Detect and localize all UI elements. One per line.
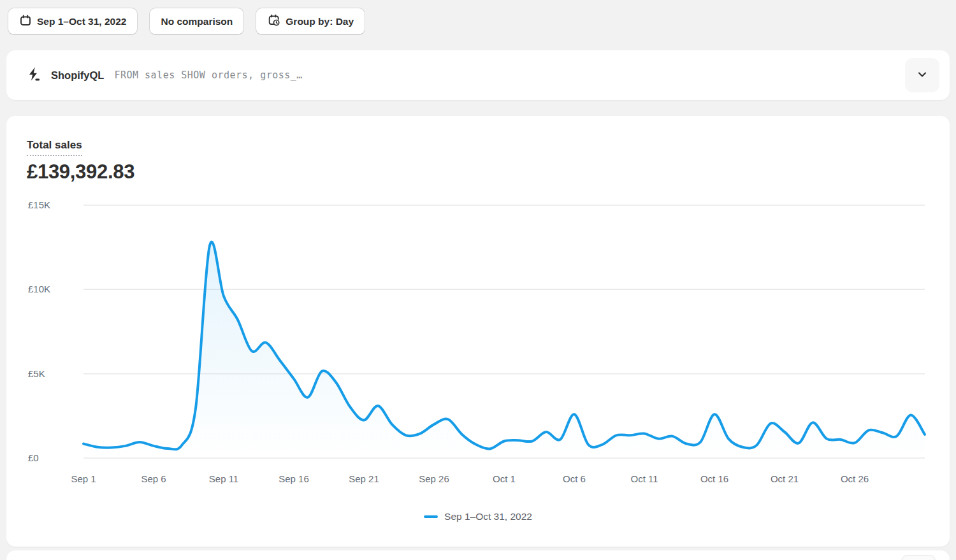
shopifyql-brand-label: ShopifyQL [51, 69, 104, 82]
x-axis-tick-label: Oct 16 [700, 473, 728, 485]
y-axis-tick-label: £5K [28, 368, 45, 380]
x-axis-tick-label: Sep 21 [349, 473, 379, 485]
shopifyql-query-preview[interactable]: FROM sales SHOW orders, gross_… [114, 69, 302, 81]
calendar-icon [19, 14, 32, 29]
comparison-button[interactable]: No comparison [149, 8, 244, 35]
date-range-button[interactable]: Sep 1–Oct 31, 2022 [8, 8, 138, 35]
x-axis-tick-label: Oct 21 [771, 473, 799, 485]
legend-series-marker [424, 515, 438, 518]
sales-area-fill [83, 242, 925, 458]
x-axis-tick-label: Sep 26 [419, 473, 449, 485]
group-by-button[interactable]: Group by: Day [256, 8, 365, 35]
next-section-collapse-button[interactable] [901, 555, 936, 560]
chevron-down-icon [916, 68, 929, 83]
y-axis-tick-label: £10K [28, 283, 50, 296]
x-axis-tick-label: Oct 6 [563, 473, 586, 485]
analytics-toolbar: Sep 1–Oct 31, 2022 No comparison Group b… [8, 8, 365, 35]
lightning-bolt-icon [25, 66, 42, 85]
date-range-label: Sep 1–Oct 31, 2022 [37, 16, 126, 27]
x-axis-tick-label: Sep 11 [209, 473, 238, 485]
calendar-clock-icon [267, 13, 280, 29]
x-axis-tick-label: Oct 1 [493, 473, 516, 485]
chart-legend: Sep 1–Oct 31, 2022 [6, 511, 950, 522]
y-axis-tick-label: £0 [28, 452, 39, 464]
group-by-label: Group by: Day [286, 16, 354, 27]
x-axis-tick-label: Oct 11 [630, 473, 658, 485]
x-axis-tick-label: Sep 16 [279, 473, 309, 485]
next-section-card [6, 550, 950, 560]
y-axis-tick-label: £15K [28, 199, 50, 212]
legend-series-label: Sep 1–Oct 31, 2022 [444, 511, 532, 522]
x-axis-tick-label: Oct 26 [841, 473, 869, 485]
query-collapse-button[interactable] [905, 58, 939, 92]
shopifyql-query-bar: ShopifyQL FROM sales SHOW orders, gross_… [6, 50, 950, 100]
x-axis-tick-label: Sep 6 [141, 473, 166, 485]
x-axis-tick-label: Sep 1 [71, 473, 96, 485]
comparison-label: No comparison [161, 16, 233, 27]
total-sales-card: Total sales £139,392.83 £0£5K£10K£15K Se… [6, 116, 950, 547]
